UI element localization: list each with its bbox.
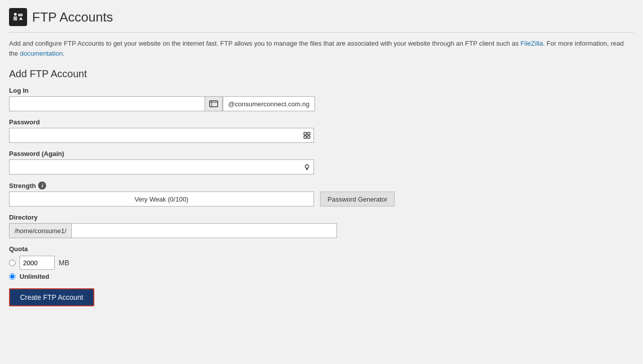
password-group: Password — [9, 118, 634, 143]
svg-rect-2 — [14, 17, 17, 18]
page-header: FTP Accounts — [9, 8, 634, 33]
directory-group: Directory /home/consume1/ — [9, 214, 634, 238]
add-ftp-form: Add FTP Account Log In @consumerconnect.… — [9, 68, 634, 306]
svg-rect-3 — [18, 15, 23, 16]
quota-section: Quota MB Unlimited — [9, 245, 634, 280]
quota-number-input[interactable] — [20, 256, 55, 270]
login-label: Log In — [9, 87, 634, 94]
quota-mb-radio[interactable] — [9, 260, 16, 266]
directory-row: /home/consume1/ — [9, 223, 634, 238]
password-input[interactable] — [9, 128, 314, 143]
create-ftp-account-button[interactable]: Create FTP Account — [9, 288, 94, 306]
page-title: FTP Accounts — [32, 10, 113, 25]
strength-info-icon[interactable]: i — [38, 181, 46, 190]
strength-row: Very Weak (0/100) Password Generator — [9, 192, 634, 207]
svg-rect-13 — [307, 136, 310, 138]
login-domain: @consumerconnect.com.ng — [223, 96, 315, 111]
svg-point-5 — [14, 13, 17, 16]
svg-rect-0 — [14, 18, 17, 19]
svg-rect-12 — [304, 136, 306, 138]
quota-unit-label: MB — [59, 259, 69, 267]
password-again-wrap — [9, 159, 314, 174]
unlimited-label: Unlimited — [20, 273, 49, 280]
password-label: Password — [9, 118, 634, 126]
quota-mb-row: MB — [9, 256, 634, 270]
svg-rect-1 — [14, 20, 17, 21]
login-input[interactable] — [9, 96, 205, 111]
quota-unlimited-radio[interactable] — [9, 273, 16, 280]
strength-bar-wrap: Very Weak (0/100) — [9, 192, 314, 207]
strength-label-row: Strength i — [9, 181, 634, 190]
directory-input[interactable] — [71, 223, 337, 238]
quota-label: Quota — [9, 245, 634, 253]
section-title: Add FTP Account — [9, 68, 634, 80]
password-icon-btn[interactable] — [302, 130, 312, 140]
password-again-group: Password (Again) — [9, 150, 634, 174]
page-description: Add and configure FTP Accounts to get yo… — [9, 39, 634, 58]
strength-bar: Very Weak (0/100) — [9, 192, 314, 207]
ftp-icon — [9, 8, 27, 26]
svg-rect-4 — [18, 14, 23, 15]
password-again-input[interactable] — [9, 159, 314, 174]
svg-point-14 — [305, 165, 309, 168]
login-suffix-btn[interactable] — [205, 96, 223, 111]
page-wrapper: FTP Accounts Add and configure FTP Accou… — [0, 0, 643, 364]
filezilla-link[interactable]: FileZilla — [521, 40, 543, 47]
unlimited-row: Unlimited — [9, 273, 634, 280]
password-input-wrap — [9, 128, 314, 143]
svg-rect-10 — [304, 132, 306, 135]
documentation-link[interactable]: documentation — [20, 50, 63, 57]
login-group: Log In @consumerconnect.com.ng — [9, 87, 634, 111]
password-generator-button[interactable]: Password Generator — [320, 192, 395, 207]
password-again-label: Password (Again) — [9, 150, 634, 157]
svg-marker-6 — [19, 17, 23, 20]
directory-label: Directory — [9, 214, 634, 221]
directory-prefix: /home/consume1/ — [9, 223, 71, 238]
strength-section: Strength i Very Weak (0/100) Password Ge… — [9, 181, 634, 207]
svg-rect-11 — [307, 132, 310, 135]
login-input-row: @consumerconnect.com.ng — [9, 96, 634, 111]
svg-rect-7 — [210, 101, 218, 107]
password-again-icon-btn[interactable] — [302, 162, 312, 172]
